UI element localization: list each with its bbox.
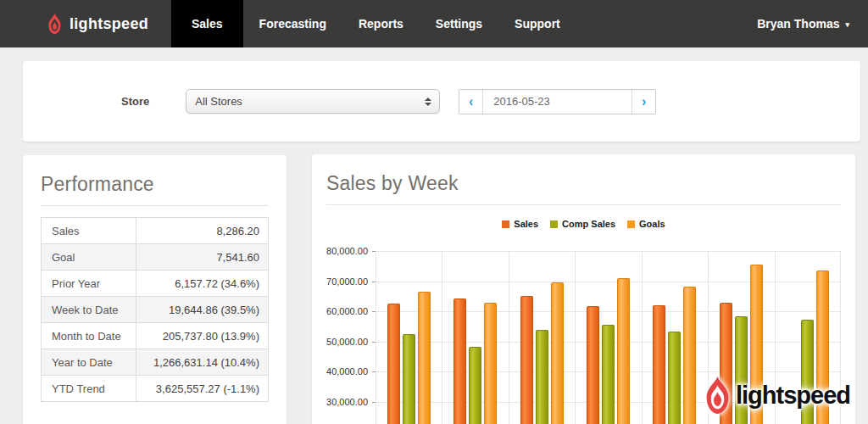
- nav-menu: SalesForecastingReportsSettingsSupport: [171, 0, 576, 47]
- bar-sales: [453, 298, 466, 424]
- store-label: Store: [121, 95, 149, 108]
- metric-label: Month to Date: [42, 323, 136, 349]
- y-axis-label: 30,000.00: [326, 397, 368, 407]
- bar-comp-sales: [602, 325, 615, 424]
- lightspeed-flame-icon: [47, 14, 62, 34]
- table-row: Week to Date19,644.86 (39.5%): [42, 297, 269, 323]
- legend-swatch-icon: [502, 220, 509, 228]
- chart-title: Sales by Week: [326, 171, 841, 195]
- bar-comp-sales: [469, 347, 481, 424]
- metric-label: Sales: [42, 218, 136, 244]
- nav-item-sales[interactable]: Sales: [171, 0, 243, 47]
- legend-swatch-icon: [627, 220, 635, 228]
- table-row: Sales8,286.20: [42, 218, 269, 244]
- brand[interactable]: lightspeed: [47, 0, 171, 47]
- bar-goals: [683, 287, 696, 424]
- performance-title: Performance: [41, 172, 269, 196]
- metric-value: 1,266,631.14 (10.4%): [136, 349, 269, 376]
- bar-group: [575, 251, 641, 424]
- y-axis-label: 70,000.00: [326, 276, 368, 287]
- date-picker: ‹ 2016-05-23 ›: [459, 89, 656, 114]
- bar-sales: [653, 305, 665, 424]
- bar-group: [376, 251, 442, 424]
- metric-label: YTD Trend: [42, 376, 136, 402]
- store-select-value: All Stores: [195, 95, 425, 108]
- bar-goals: [484, 303, 497, 424]
- bar-comp-sales: [403, 334, 415, 424]
- metric-label: Prior Year: [42, 271, 136, 297]
- metric-label: Year to Date: [42, 349, 136, 376]
- y-axis-label: 50,000.00: [326, 337, 368, 347]
- table-row: Goal7,541.60: [42, 244, 269, 271]
- metric-value: 205,737.80 (13.9%): [136, 323, 269, 349]
- metric-value: 6,157.72 (34.6%): [136, 271, 269, 297]
- bar-comp-sales: [668, 332, 681, 424]
- bar-group: [442, 251, 508, 424]
- bar-sales: [387, 304, 400, 424]
- legend-item-goals: Goals: [627, 219, 665, 229]
- table-row: YTD Trend3,625,557.27 (-1.1%): [42, 376, 269, 402]
- table-row: Month to Date205,737.80 (13.9%): [42, 323, 269, 349]
- top-nav: lightspeed SalesForecastingReportsSettin…: [0, 0, 868, 47]
- lightspeed-flame-icon: [704, 377, 731, 414]
- performance-panel: Performance Sales8,286.20Goal7,541.60Pri…: [23, 155, 287, 424]
- nav-item-forecasting[interactable]: Forecasting: [243, 0, 342, 47]
- date-input[interactable]: 2016-05-23: [483, 90, 632, 114]
- bar-goals: [617, 278, 630, 424]
- user-menu[interactable]: Bryan Thomas ▾: [757, 0, 849, 47]
- nav-item-support[interactable]: Support: [498, 0, 576, 47]
- bar-comp-sales: [536, 330, 548, 424]
- legend-item-comp-sales: Comp Sales: [550, 219, 615, 229]
- chart-legend: SalesComp SalesGoals: [326, 219, 841, 229]
- bar-group: [509, 251, 575, 424]
- bar-sales: [587, 306, 599, 424]
- bar-goals: [418, 292, 431, 424]
- table-row: Prior Year6,157.72 (34.6%): [42, 271, 269, 297]
- select-arrows-icon: [425, 98, 431, 106]
- performance-table: Sales8,286.20Goal7,541.60Prior Year6,157…: [41, 217, 269, 402]
- metric-value: 3,625,557.27 (-1.1%): [136, 376, 269, 402]
- legend-label: Sales: [514, 219, 538, 229]
- legend-swatch-icon: [550, 220, 558, 228]
- nav-item-reports[interactable]: Reports: [342, 0, 420, 47]
- metric-value: 19,644.86 (39.5%): [136, 297, 269, 323]
- user-name: Bryan Thomas: [757, 17, 839, 31]
- prev-date-button[interactable]: ‹: [459, 90, 483, 114]
- metric-value: 8,286.20: [136, 218, 269, 244]
- bar-sales: [520, 296, 533, 424]
- divider: [326, 204, 841, 205]
- nav-item-settings[interactable]: Settings: [420, 0, 498, 47]
- caret-down-icon: ▾: [845, 20, 849, 29]
- legend-label: Goals: [639, 219, 665, 229]
- divider: [41, 205, 269, 206]
- chart-y-axis: 80,000.0070,000.0060,000.0050,000.0040,0…: [326, 251, 376, 424]
- bar-group: [642, 251, 708, 424]
- y-axis-label: 60,000.00: [326, 306, 368, 316]
- y-axis-label: 40,000.00: [326, 366, 368, 377]
- metric-label: Goal: [42, 244, 136, 271]
- metric-label: Week to Date: [42, 297, 136, 323]
- watermark-text: lightspeed: [736, 382, 850, 410]
- table-row: Year to Date1,266,631.14 (10.4%): [42, 349, 269, 376]
- store-select[interactable]: All Stores: [186, 89, 440, 114]
- bar-goals: [551, 282, 564, 424]
- legend-item-sales: Sales: [502, 219, 538, 229]
- metric-value: 7,541.60: [136, 244, 269, 271]
- brand-text: lightspeed: [70, 15, 148, 33]
- lightspeed-watermark: lightspeed: [704, 377, 850, 414]
- legend-label: Comp Sales: [562, 219, 615, 229]
- filter-bar: Store All Stores ‹ 2016-05-23 ›: [23, 61, 860, 142]
- y-axis-label: 80,000.00: [326, 246, 368, 256]
- next-date-button[interactable]: ›: [632, 90, 655, 114]
